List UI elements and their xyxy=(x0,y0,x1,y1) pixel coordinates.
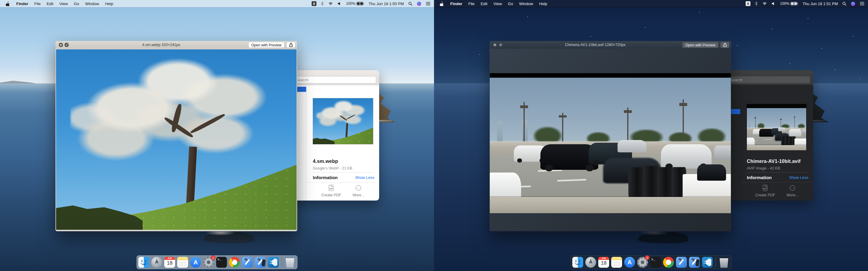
dock-calendar-icon[interactable]: JUN 18 xyxy=(598,257,609,268)
menu-window[interactable]: Window xyxy=(516,1,536,6)
menu-file[interactable]: File xyxy=(465,1,478,6)
dock-notes-icon[interactable] xyxy=(177,257,188,268)
thumbnail-tree-image xyxy=(313,98,373,144)
notification-center-icon[interactable] xyxy=(860,2,864,5)
menu-help[interactable]: Help xyxy=(536,1,550,6)
apple-menu-icon[interactable] xyxy=(439,1,444,6)
volume-icon[interactable] xyxy=(338,2,341,5)
bluetooth-icon[interactable] xyxy=(321,1,324,6)
open-with-preview-button[interactable]: Open with Preview xyxy=(682,42,718,48)
notification-badge: 1 xyxy=(211,255,216,260)
dock-trash-icon[interactable] xyxy=(284,257,296,268)
dock-appstore-icon[interactable]: A xyxy=(190,257,201,268)
quicklook-title: Chimera-AV1-10bit.avif 1280×720px xyxy=(526,43,665,47)
menu-clock[interactable]: Thu Jun 18 1:51 PM xyxy=(803,1,838,6)
dock-vscode-icon[interactable] xyxy=(702,257,713,268)
dock-divider xyxy=(281,257,282,267)
quicklook-titlebar[interactable]: 4.sm.webp 320×241px Open with Preview xyxy=(56,41,297,49)
dock-system-preferences-icon[interactable]: 1 xyxy=(203,257,214,268)
dock-xcode-devices-icon[interactable] xyxy=(689,257,700,268)
menu-go[interactable]: Go xyxy=(71,1,82,6)
create-pdf-button[interactable]: PDF Create PDF xyxy=(755,185,775,197)
menu-edit[interactable]: Edit xyxy=(478,1,490,6)
menu-bar: Finder File Edit View Go Window Help A xyxy=(0,0,434,7)
pdf-icon: PDF xyxy=(328,185,335,192)
more-button[interactable]: ... More... xyxy=(786,185,798,197)
input-source-icon[interactable]: A xyxy=(746,1,750,6)
divider xyxy=(747,172,807,173)
spotlight-icon[interactable] xyxy=(408,2,412,6)
more-button[interactable]: ... More... xyxy=(352,185,364,197)
quicklook-titlebar[interactable]: Chimera-AV1-10bit.avif 1280×720px Open w… xyxy=(490,41,731,49)
create-pdf-button[interactable]: PDF Create PDF xyxy=(321,185,341,197)
file-thumbnail xyxy=(747,104,806,146)
wifi-icon[interactable] xyxy=(762,2,767,5)
siri-icon[interactable] xyxy=(851,1,855,6)
menu-help[interactable]: Help xyxy=(102,1,116,6)
dock-trash-icon[interactable] xyxy=(718,257,730,268)
menu-go[interactable]: Go xyxy=(505,1,516,6)
dock-calendar-icon[interactable]: JUN 18 xyxy=(164,257,175,268)
menu-clock[interactable]: Thu Jun 18 1:50 PM xyxy=(369,1,404,6)
avif-letterbox-frame xyxy=(490,73,731,209)
share-button[interactable] xyxy=(286,42,296,48)
menu-view[interactable]: View xyxy=(490,1,505,6)
menu-edit[interactable]: Edit xyxy=(44,1,56,6)
fullscreen-button[interactable] xyxy=(64,43,69,47)
quicklook-content xyxy=(490,49,731,231)
menu-view[interactable]: View xyxy=(56,1,71,6)
quick-actions: PDF Create PDF ... More... xyxy=(741,185,813,197)
dock-finder-icon[interactable] xyxy=(138,257,149,268)
menu-window[interactable]: Window xyxy=(82,1,102,6)
search-input[interactable] xyxy=(289,76,376,83)
more-label: More... xyxy=(352,193,364,197)
pdf-icon: PDF xyxy=(762,185,769,192)
dock-chrome-icon[interactable] xyxy=(663,257,674,268)
status-cluster: A 100% xyxy=(312,1,430,6)
dock-xcode-icon[interactable] xyxy=(242,257,253,268)
information-row: Information Show Less xyxy=(747,175,808,180)
dock-xcode-devices-icon[interactable] xyxy=(255,257,266,268)
open-with-preview-button[interactable]: Open with Preview xyxy=(248,42,284,48)
divider xyxy=(741,182,813,182)
menu-app-name[interactable]: Finder xyxy=(447,1,465,6)
file-kind-size: Google's WebP - 21 KB xyxy=(313,166,352,170)
show-less-link[interactable]: Show Less xyxy=(355,175,374,180)
avif-freeway-preview xyxy=(490,78,731,213)
preview-column: Chimera-AV1-10bit.avif AVIF Image - 42 K… xyxy=(741,86,813,201)
menu-file[interactable]: File xyxy=(31,1,44,6)
menu-app-name[interactable]: Finder xyxy=(13,1,31,6)
dock-launchpad-icon[interactable] xyxy=(151,257,162,268)
bluetooth-icon[interactable] xyxy=(755,1,758,6)
battery-group[interactable]: 100% xyxy=(780,1,798,6)
siri-icon[interactable] xyxy=(417,1,421,6)
preview-column: 4.sm.webp Google's WebP - 21 KB Informat… xyxy=(307,86,379,201)
input-source-icon[interactable]: A xyxy=(312,1,316,6)
quicklook-title: 4.sm.webp 320×241px xyxy=(92,43,231,47)
dock-vscode-icon[interactable] xyxy=(268,257,279,268)
dock-xcode-icon[interactable] xyxy=(676,257,687,268)
dock-terminal-icon[interactable]: >_ xyxy=(216,257,227,268)
share-button[interactable] xyxy=(720,42,730,48)
dock-appstore-icon[interactable]: A xyxy=(624,257,635,268)
battery-group[interactable]: 100% xyxy=(346,1,364,6)
dock-terminal-icon[interactable]: >_ xyxy=(650,257,661,268)
dock-notes-icon[interactable] xyxy=(611,257,622,268)
close-button[interactable] xyxy=(59,43,63,47)
fullscreen-button[interactable] xyxy=(498,43,503,47)
webp-tree-preview xyxy=(56,49,297,230)
close-button[interactable] xyxy=(493,43,497,47)
search-input[interactable] xyxy=(723,76,810,83)
dock-chrome-icon[interactable] xyxy=(229,257,240,268)
notification-center-icon[interactable] xyxy=(426,2,430,5)
dock-system-preferences-icon[interactable]: 1 xyxy=(637,257,648,268)
spotlight-icon[interactable] xyxy=(842,2,846,6)
quicklook-content xyxy=(56,49,297,231)
volume-icon[interactable] xyxy=(772,2,775,5)
show-less-link[interactable]: Show Less xyxy=(789,175,808,180)
wifi-icon[interactable] xyxy=(328,2,333,5)
dock-launchpad-icon[interactable] xyxy=(585,257,596,268)
status-cluster: A 100% xyxy=(746,1,864,6)
apple-menu-icon[interactable] xyxy=(5,1,10,6)
dock-finder-icon[interactable] xyxy=(572,257,583,268)
